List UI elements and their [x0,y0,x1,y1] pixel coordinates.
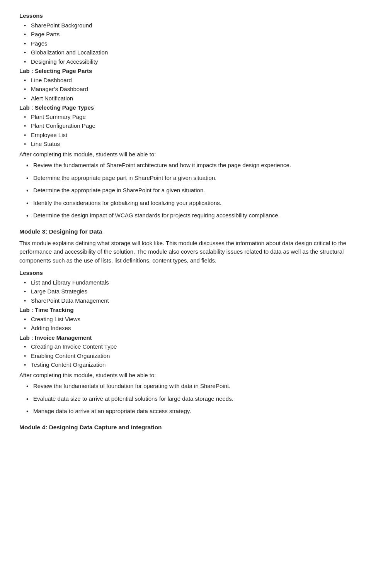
list-item: Line Status [19,140,352,149]
list-item: Page Parts [19,30,352,39]
lab1-list: Line Dashboard Manager’s Dashboard Alert… [19,76,352,103]
module3-lab1-label: Lab : Time Tracking [19,306,352,315]
lessons-list: SharePoint Background Page Parts Pages G… [19,21,352,66]
list-item: Employee List [19,131,352,140]
module3-lessons-list: List and Library Fundamentals Large Data… [19,278,352,305]
list-item: Creating List Views [19,315,352,324]
outcome-item: Determine the appropriate page in ShareP… [19,186,352,195]
outcome-item: Review the fundamentals of foundation fo… [19,382,352,391]
module3-body: This module explains defining what stora… [19,239,352,265]
list-item: Pages [19,39,352,48]
list-item: Testing Content Organization [19,361,352,369]
outcome-item: Determine the design impact of WCAG stan… [19,211,352,220]
outcome-item: Determine the appropriate page part in S… [19,174,352,183]
list-item: Line Dashboard [19,76,352,85]
module4-section: Module 4: Designing Data Capture and Int… [19,423,352,432]
outcome-item: Evaluate data size to arrive at potentia… [19,395,352,403]
list-item: Enabling Content Organization [19,352,352,361]
lab2-label: Lab : Selecting Page Types [19,103,352,112]
module3-heading: Module 3: Designing for Data [19,227,352,236]
module3-lessons-block: Lessons List and Library Fundamentals La… [19,269,352,416]
after-completing-text: After completing this module, students w… [19,150,352,159]
module3-outcomes-list: Review the fundamentals of foundation fo… [19,382,352,416]
lab2-list: Plant Summary Page Plant Configuration P… [19,113,352,149]
module3-lab1-list: Creating List Views Adding Indexes [19,315,352,333]
module3-after-text: After completing this module, students w… [19,371,352,380]
list-item: Plant Configuration Page [19,122,352,130]
module3-section: Module 3: Designing for Data This module… [19,227,352,416]
list-item: SharePoint Data Management [19,297,352,305]
list-item: SharePoint Background [19,21,352,30]
list-item: Alert Notification [19,94,352,103]
module4-heading: Module 4: Designing Data Capture and Int… [19,423,352,432]
lessons-section: Lessons SharePoint Background Page Parts… [19,12,352,220]
list-item: Globalization and Localization [19,48,352,57]
list-item: List and Library Fundamentals [19,278,352,287]
list-item: Adding Indexes [19,324,352,333]
outcome-item: Review the fundamentals of SharePoint ar… [19,161,352,170]
list-item: Creating an Invoice Content Type [19,342,352,351]
module3-lab2-list: Creating an Invoice Content Type Enablin… [19,342,352,369]
module3-lab2-label: Lab : Invoice Management [19,334,352,342]
list-item: Plant Summary Page [19,113,352,122]
lab1-label: Lab : Selecting Page Parts [19,67,352,76]
outcome-item: Manage data to arrive at an appropriate … [19,407,352,416]
list-item: Large Data Strategies [19,287,352,296]
module3-lessons-label: Lessons [19,269,352,278]
list-item: Manager’s Dashboard [19,85,352,94]
list-item: Designing for Accessibility [19,58,352,66]
lessons-label: Lessons [19,12,352,20]
outcomes-list: Review the fundamentals of SharePoint ar… [19,161,352,220]
outcome-item: Identify the considerations for globaliz… [19,199,352,208]
